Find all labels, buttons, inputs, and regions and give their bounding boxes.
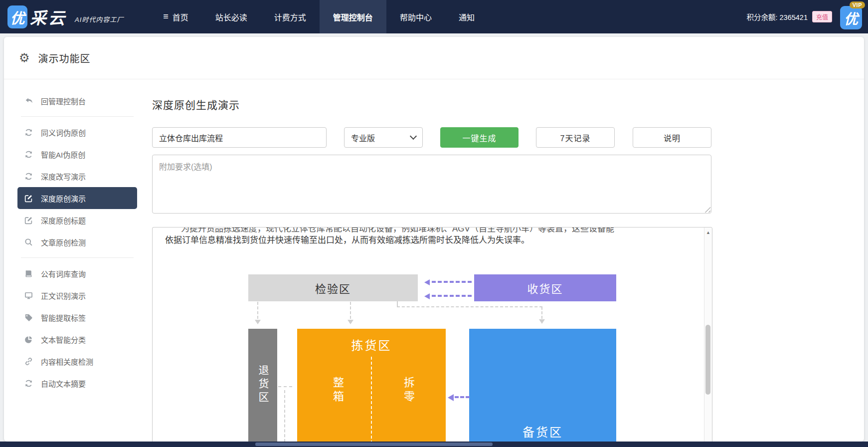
- bottom-arrow-dash: [455, 396, 470, 398]
- page-title: 演示功能区: [38, 51, 91, 65]
- requirements-textarea[interactable]: [152, 155, 711, 214]
- section-title: 深度原创生成演示: [152, 97, 240, 112]
- logo-badge: 优: [7, 5, 27, 28]
- page-card: ⚙ 演示功能区 回管理控制台同义词伪原创智能AI伪原创深度改写演示深度原创演示深…: [4, 37, 864, 442]
- chevron-down-icon: [410, 133, 417, 140]
- nav-item-label: 帮助中心: [400, 11, 432, 23]
- return-connector-vertical: [284, 390, 285, 442]
- nav-item[interactable]: 站长必读: [202, 0, 261, 33]
- sidebar-item[interactable]: 回管理控制台: [17, 90, 137, 112]
- recharge-button[interactable]: 充值: [812, 11, 832, 22]
- vip-badge: VIP: [850, 1, 865, 8]
- sidebar-item[interactable]: 正文识别演示: [17, 284, 137, 306]
- sidebar-item[interactable]: 内容相关度检测: [17, 350, 137, 372]
- result-panel: 为提升货品拣选速度，现代化立体仓库常配以自动化设备，例如堆垛机、AGV（自主导航…: [152, 227, 712, 442]
- sidebar-item-label: 回管理控制台: [41, 96, 86, 106]
- sidebar-item-label: 公有词库查询: [41, 268, 86, 279]
- scrollbar-thumb[interactable]: [705, 325, 710, 395]
- help-button[interactable]: 说明: [633, 127, 711, 148]
- result-text-line-clipped: 为提升货品拣选速度，现代化立体仓库常配以自动化设备，例如堆垛机、AGV（自主导航…: [165, 227, 699, 234]
- result-scrollbar[interactable]: ▲: [704, 227, 712, 442]
- version-select-value: 专业版: [351, 132, 375, 144]
- arrow-receiving-to-inspection-1: [424, 279, 473, 286]
- book-icon: [24, 269, 33, 278]
- page-header: ⚙ 演示功能区: [4, 37, 864, 79]
- staging-zone-box: 备货区: [469, 329, 616, 442]
- result-text-line: 依据订单信息精准找到货位并快速传输至出口处，从而有效缩减拣选所需时长及降低人为失…: [165, 235, 699, 246]
- elbow-connector-arrowhead: [539, 319, 545, 324]
- picking-zone-box: 拣货区 整箱 拆零: [297, 329, 446, 442]
- edit-icon: [24, 194, 33, 203]
- sidebar-item[interactable]: 文本智能分类: [17, 328, 137, 350]
- search-icon: [24, 237, 33, 247]
- receiving-zone-box: 收货区: [474, 274, 616, 301]
- scroll-up-icon[interactable]: ▲: [704, 228, 712, 236]
- logo-tagline: AI时代内容工厂: [75, 14, 124, 24]
- nav-item-label: 管理控制台: [333, 11, 373, 23]
- horizontal-scrollbar-thumb[interactable]: [255, 443, 493, 446]
- edit-icon: [24, 216, 33, 225]
- generate-button[interactable]: 一键生成: [440, 127, 519, 148]
- sidebar-item[interactable]: 智能提取标签: [17, 306, 137, 328]
- sync-icon: [24, 172, 33, 181]
- nav-item-label: 通知: [459, 11, 475, 23]
- sidebar-item-label: 内容相关度检测: [41, 356, 93, 367]
- sidebar-item-label: 深度改写演示: [41, 171, 86, 182]
- monitor-icon: [24, 291, 33, 300]
- sidebar-item[interactable]: 深度原创标题: [17, 209, 137, 231]
- main-nav: ≡首页站长必读计费方式管理控制台帮助中心通知: [150, 0, 488, 33]
- return-zone-box: 退货区: [248, 329, 277, 442]
- inspection-zone-label: 检验区: [315, 280, 351, 296]
- sidebar-item-label: 文章原创检测: [41, 237, 86, 247]
- nav-item[interactable]: 帮助中心: [386, 0, 445, 33]
- sidebar-item[interactable]: 深度原创演示: [17, 187, 137, 209]
- sidebar-item-label: 同义词伪原创: [41, 127, 86, 138]
- sidebar-divider: [21, 257, 134, 258]
- points-balance: 积分余额: 2365421: [746, 11, 808, 22]
- top-navbar: 优 采云 AI时代内容工厂 ≡首页站长必读计费方式管理控制台帮助中心通知 积分余…: [0, 0, 868, 33]
- sidebar-item[interactable]: 深度改写演示: [17, 165, 137, 187]
- gear-icon: ⚙: [19, 52, 30, 64]
- split-case-label: 拆零: [400, 377, 416, 405]
- elbow-connector-horizontal: [397, 306, 542, 307]
- avatar[interactable]: 优: [840, 6, 862, 29]
- keyword-input[interactable]: [152, 127, 327, 148]
- sidebar-item-label: 深度原创标题: [41, 215, 86, 225]
- arrow-inspection-to-return: [255, 302, 261, 327]
- sidebar-item-label: 智能提取标签: [41, 312, 86, 323]
- sidebar-item-label: 正文识别演示: [41, 290, 86, 301]
- version-select[interactable]: 专业版: [344, 127, 423, 148]
- sidebar-item[interactable]: 自动文本摘要: [17, 372, 137, 394]
- pie-icon: [24, 335, 33, 344]
- sidebar-item[interactable]: 文章原创检测: [17, 231, 137, 253]
- nav-item[interactable]: 计费方式: [261, 0, 320, 33]
- sync-icon: [24, 150, 33, 159]
- nav-item-label: 计费方式: [274, 11, 306, 23]
- link-icon: [24, 357, 33, 366]
- nav-item[interactable]: ≡首页: [150, 0, 202, 33]
- return-connector-horizontal: [278, 386, 292, 387]
- nav-item-label: 首页: [173, 11, 188, 23]
- sidebar-divider: [21, 116, 134, 117]
- inspection-zone-box: 检验区: [248, 274, 418, 301]
- return-zone-label: 退货区: [255, 365, 270, 405]
- sidebar-item[interactable]: 智能AI伪原创: [17, 143, 137, 165]
- receiving-zone-label: 收货区: [527, 280, 563, 296]
- sidebar-item-label: 自动文本摘要: [41, 378, 86, 389]
- footer-strip: [0, 442, 868, 447]
- history-button[interactable]: 7天记录: [536, 127, 615, 148]
- nav-item[interactable]: 管理控制台: [320, 0, 386, 33]
- sidebar-item-label: 文本智能分类: [41, 334, 86, 345]
- elbow-connector-vertical: [541, 307, 542, 319]
- arrow-receiving-to-inspection-2: [424, 293, 473, 300]
- picking-zone-divider: [371, 357, 372, 442]
- nav-item[interactable]: 通知: [445, 0, 488, 33]
- tag-icon: [24, 313, 33, 322]
- sidebar: 回管理控制台同义词伪原创智能AI伪原创深度改写演示深度原创演示深度原创标题文章原…: [17, 90, 137, 394]
- logo-text: 采云: [30, 5, 67, 29]
- result-content: 为提升货品拣选速度，现代化立体仓库常配以自动化设备，例如堆垛机、AGV（自主导航…: [153, 227, 704, 442]
- sidebar-item[interactable]: 同义词伪原创: [17, 121, 137, 143]
- bottom-arrow-head: [448, 394, 454, 401]
- sidebar-item[interactable]: 公有词库查询: [17, 262, 137, 284]
- app-logo[interactable]: 优 采云: [7, 5, 67, 29]
